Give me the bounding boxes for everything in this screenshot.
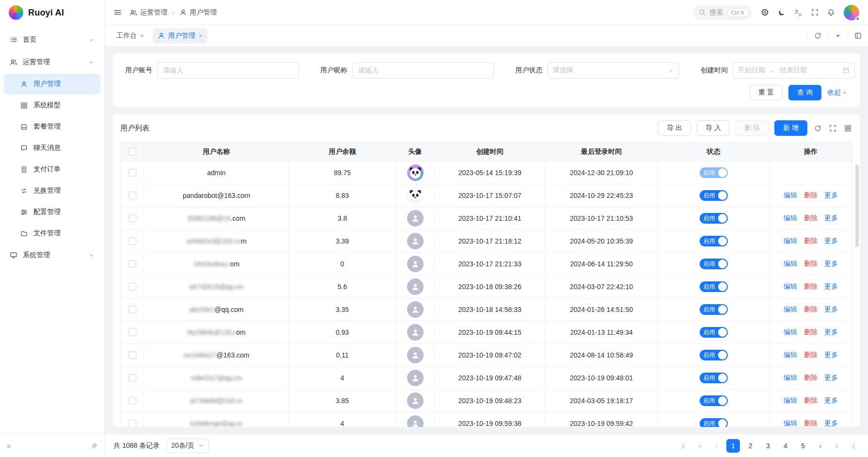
tab-menu-caret-icon[interactable]: [828, 31, 848, 41]
refresh-tab-icon[interactable]: [807, 31, 828, 41]
row-checkbox[interactable]: [129, 328, 136, 336]
sidebar-item-system[interactable]: 系统管理: [4, 245, 100, 266]
more-link[interactable]: 更多: [824, 305, 838, 314]
account-input[interactable]: [157, 62, 299, 79]
edit-link[interactable]: 编辑: [784, 351, 797, 359]
delete-link[interactable]: 删除: [804, 351, 818, 359]
close-icon[interactable]: ×: [199, 33, 203, 39]
pagination-page-3[interactable]: 3: [761, 439, 775, 453]
sidebar-item-配置管理[interactable]: 配置管理: [4, 202, 100, 222]
sidebar-item-文件管理[interactable]: 文件管理: [4, 223, 100, 244]
more-link[interactable]: 更多: [824, 237, 838, 245]
more-link[interactable]: 更多: [824, 396, 838, 405]
row-checkbox[interactable]: [129, 351, 136, 359]
more-link[interactable]: 更多: [824, 351, 838, 359]
pagination-last[interactable]: ›|: [847, 439, 859, 453]
row-checkbox[interactable]: [129, 306, 136, 313]
delete-link[interactable]: 删除: [804, 396, 818, 405]
delete-link[interactable]: 删除: [804, 237, 818, 245]
global-search[interactable]: 搜索 Ctrl K: [693, 5, 753, 20]
edit-link[interactable]: 编辑: [784, 191, 797, 200]
status-toggle[interactable]: 启用: [700, 373, 728, 383]
fullscreen-icon[interactable]: [811, 9, 819, 16]
status-toggle[interactable]: 启用: [700, 236, 728, 246]
row-checkbox[interactable]: [129, 192, 136, 199]
row-checkbox[interactable]: [129, 397, 136, 405]
sidebar-item-支付订单[interactable]: 支付订单: [4, 159, 100, 180]
edit-link[interactable]: 编辑: [784, 328, 797, 337]
pagination-page-5[interactable]: 5: [796, 439, 810, 453]
more-link[interactable]: 更多: [824, 374, 838, 382]
more-link[interactable]: 更多: [824, 260, 838, 268]
status-toggle[interactable]: 启用: [700, 259, 728, 269]
tab-工作台[interactable]: 工作台×: [112, 28, 149, 44]
row-checkbox[interactable]: [129, 420, 136, 427]
table-scrollbar[interactable]: [855, 164, 859, 247]
delete-link[interactable]: 删除: [804, 328, 818, 337]
edit-link[interactable]: 编辑: [784, 396, 797, 405]
status-toggle[interactable]: 启用: [700, 350, 728, 360]
pagination-next-group[interactable]: »: [830, 439, 843, 453]
delete-link[interactable]: 删除: [804, 419, 818, 427]
delete-link[interactable]: 删除: [804, 191, 818, 200]
export-button[interactable]: 导 出: [658, 120, 691, 136]
breadcrumb-user-management[interactable]: 用户管理: [180, 8, 217, 17]
delete-link[interactable]: 删除: [804, 374, 818, 382]
refresh-icon[interactable]: [813, 125, 822, 132]
edit-link[interactable]: 编辑: [784, 282, 797, 291]
more-link[interactable]: 更多: [824, 419, 838, 427]
pagination-page-2[interactable]: 2: [744, 439, 757, 453]
status-toggle[interactable]: 启用: [700, 190, 728, 201]
pagination-first[interactable]: |‹: [677, 439, 689, 453]
app-logo[interactable]: Ruoyi AI: [0, 0, 104, 25]
status-toggle[interactable]: 启用: [700, 304, 728, 315]
reset-button[interactable]: 重 置: [750, 85, 783, 100]
delete-link[interactable]: 删除: [804, 305, 818, 314]
layout-icon[interactable]: [848, 31, 868, 41]
pin-icon[interactable]: [91, 442, 98, 449]
delete-button[interactable]: 删 除: [736, 120, 769, 136]
column-header[interactable]: 头像: [396, 142, 435, 162]
user-avatar[interactable]: [844, 5, 859, 20]
bell-icon[interactable]: [827, 9, 835, 16]
more-link[interactable]: 更多: [824, 191, 838, 200]
sidebar-item-用户管理[interactable]: 用户管理: [4, 74, 100, 94]
row-checkbox[interactable]: [129, 214, 136, 222]
page-size-select[interactable]: 20条/页: [166, 439, 209, 453]
sidebar-item-套餐管理[interactable]: 套餐管理: [4, 116, 100, 137]
row-checkbox[interactable]: [129, 283, 136, 291]
sidebar-item-operations[interactable]: 运营管理: [4, 51, 100, 73]
expand-icon[interactable]: [828, 125, 837, 132]
more-link[interactable]: 更多: [824, 282, 838, 291]
column-header[interactable]: 创建时间: [435, 142, 545, 162]
pagination-prev-group[interactable]: «: [693, 439, 706, 453]
close-icon[interactable]: ×: [140, 33, 144, 39]
more-link[interactable]: 更多: [824, 214, 838, 223]
status-toggle[interactable]: 启用: [700, 327, 728, 338]
status-toggle[interactable]: 启用: [700, 167, 728, 178]
delete-link[interactable]: 删除: [804, 260, 818, 268]
column-settings-icon[interactable]: [843, 125, 852, 132]
more-link[interactable]: 更多: [824, 328, 838, 337]
column-header[interactable]: 操作: [770, 142, 852, 162]
sidebar-item-系统模型[interactable]: 系统模型: [4, 95, 100, 115]
column-header[interactable]: 最后登录时间: [545, 142, 658, 162]
status-toggle[interactable]: 启用: [700, 281, 728, 292]
sidebar-item-兑换管理[interactable]: 兑换管理: [4, 180, 100, 201]
date-range-input[interactable]: 开始日期 → 结束日期: [733, 62, 855, 79]
pagination-page-4[interactable]: 4: [779, 439, 792, 453]
status-toggle[interactable]: 启用: [700, 213, 728, 224]
translate-icon[interactable]: 文A: [794, 8, 802, 16]
pagination-next[interactable]: ›: [814, 439, 826, 453]
sidebar-item-聊天消息[interactable]: 聊天消息: [4, 138, 100, 158]
column-header[interactable]: 用户余额: [289, 142, 396, 162]
edit-link[interactable]: 编辑: [784, 374, 797, 382]
edit-link[interactable]: 编辑: [784, 260, 797, 268]
column-header[interactable]: 用户名称: [144, 142, 289, 162]
pagination-page-1[interactable]: 1: [726, 439, 740, 453]
row-checkbox[interactable]: [129, 237, 136, 245]
row-checkbox[interactable]: [129, 374, 136, 382]
select-all-checkbox[interactable]: [129, 148, 136, 156]
row-checkbox[interactable]: [129, 169, 136, 177]
import-button[interactable]: 导 入: [697, 120, 730, 136]
